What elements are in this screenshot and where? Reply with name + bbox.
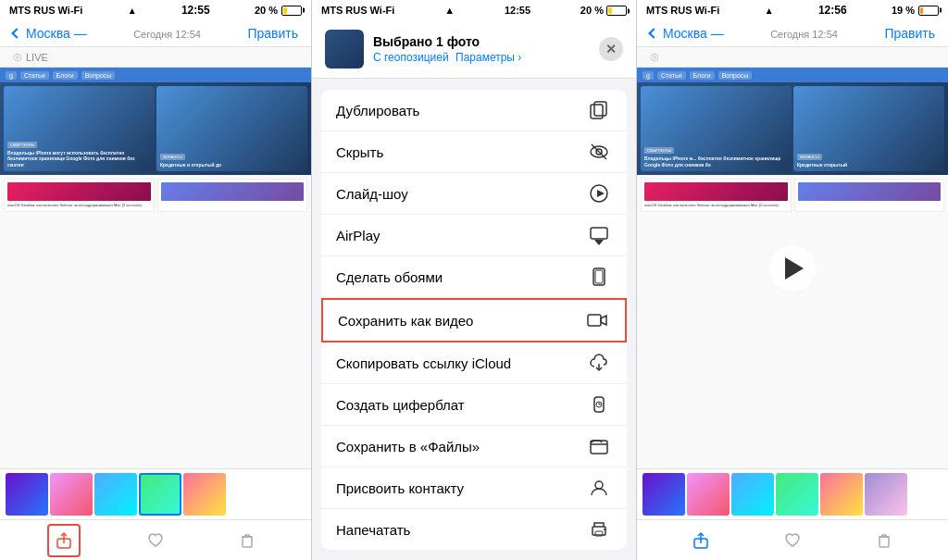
right-battery-fill [920, 7, 923, 14]
menu-item-save-video[interactable]: Сохранить как видео [321, 298, 627, 342]
hide-icon [586, 142, 612, 162]
menu-label-wallpaper: Сделать обоями [336, 269, 443, 285]
right-thumb-2[interactable] [687, 473, 730, 516]
right-nav-action[interactable]: Править [884, 26, 935, 41]
left-thumb-5[interactable] [183, 473, 226, 516]
right-battery-pct: 19 % [892, 5, 915, 16]
left-topbar-logo: g [6, 71, 17, 80]
right-webpage-hero: СМАРТФОНЫ Владельцы iPhone м... бесплатн… [637, 82, 948, 175]
right-back-label: Москва — [663, 26, 724, 41]
right-thumb-6[interactable] [865, 473, 907, 516]
right-webpage-topbar: g Статьи Блоги Вопросы [637, 68, 948, 82]
left-nav-bar: Москва — Сегодня 12:54 Править [0, 20, 311, 47]
menu-label-save-video: Сохранить как видео [338, 313, 473, 329]
menu-item-slideshow[interactable]: Слайд-шоу [321, 173, 627, 215]
menu-label-airplay: AirPlay [336, 228, 380, 243]
svg-rect-21 [591, 441, 607, 454]
left-back-chevron-icon [11, 28, 21, 38]
left-nav-subtitle: Сегодня 12:54 [87, 29, 248, 40]
right-share-button[interactable] [684, 524, 717, 557]
menu-label-copy-icloud: Скопировать ссылку iCloud [336, 355, 511, 371]
modal-photo-thumbnail [325, 30, 364, 68]
save-video-icon [584, 310, 610, 330]
right-nav-subtitle: Сегодня 12:54 [724, 29, 885, 40]
right-hero-badge-1: СМАРТФОНЫ [644, 147, 674, 154]
right-hero-title-1: Владельцы iPhone м... бесплатно безлимит… [644, 156, 788, 168]
menu-item-duplicate[interactable]: Дублировать [321, 90, 627, 131]
menu-item-hide[interactable]: Скрыть [321, 131, 627, 173]
right-thumb-3[interactable] [731, 473, 774, 516]
left-topbar-nav3: Вопросы [81, 71, 116, 80]
right-content-card-2 [794, 179, 945, 212]
menu-item-copy-icloud[interactable]: Скопировать ссылку iCloud [321, 342, 627, 384]
wallpaper-icon [586, 267, 612, 287]
left-bottom-toolbar [0, 519, 311, 560]
left-share-button[interactable] [47, 524, 81, 557]
left-webpage-hero: СМАРТФОНЫ Владельцы iPhone могут использ… [0, 82, 311, 175]
right-thumb-5[interactable] [820, 473, 863, 516]
left-thumb-3[interactable] [94, 473, 137, 516]
right-time: 12:56 [818, 4, 847, 17]
left-thumb-4-selected[interactable] [139, 473, 181, 516]
right-thumb-1[interactable] [642, 473, 685, 516]
middle-carrier: MTS RUS Wi-Fi [321, 5, 394, 16]
right-play-triangle-icon [785, 257, 804, 280]
menu-item-watchface[interactable]: Создать циферблат [321, 384, 627, 426]
menu-label-save-files: Сохранить в «Файлы» [336, 439, 480, 454]
menu-item-airplay[interactable]: AirPlay [321, 215, 627, 256]
menu-item-save-files[interactable]: Сохранить в «Файлы» [321, 426, 627, 467]
left-photo-area[interactable]: g Статьи Блоги Вопросы СМАРТФОНЫ Владель… [0, 68, 311, 468]
right-play-overlay[interactable] [769, 245, 816, 292]
left-webpage-preview: g Статьи Блоги Вопросы СМАРТФОНЫ Владель… [0, 68, 311, 468]
left-trash-button[interactable] [231, 524, 264, 557]
left-thumb-1[interactable] [6, 473, 48, 516]
right-photo-area[interactable]: g Статьи Блоги Вопросы СМАРТФОНЫ Владель… [637, 68, 948, 468]
menu-label-watchface: Создать циферблат [336, 397, 465, 413]
right-webpage-content: macOS Catalina: как включить Sidecar на … [637, 175, 948, 468]
left-live-badge: LIVE [13, 51, 298, 63]
right-thumb-4[interactable] [776, 473, 818, 516]
menu-label-hide: Скрыть [336, 144, 383, 160]
right-heart-button[interactable] [776, 524, 809, 557]
middle-battery-area: 20 % [580, 5, 627, 16]
modal-close-button[interactable]: ✕ [599, 37, 623, 61]
menu-item-contact[interactable]: Присвоить контакту [321, 467, 627, 509]
middle-time: 12:55 [505, 5, 530, 16]
middle-battery-icon [606, 6, 627, 16]
right-hero-card-1: СМАРТФОНЫ Владельцы iPhone м... бесплатн… [641, 86, 792, 171]
left-nav-action[interactable]: Править [247, 26, 298, 41]
svg-marker-15 [601, 316, 606, 325]
right-trash-button[interactable] [867, 524, 901, 557]
right-nav-back[interactable]: Москва — [650, 26, 724, 41]
left-content-img-2 [161, 182, 305, 201]
right-content-row-1: macOS Catalina: как включить Sidecar на … [641, 179, 944, 212]
svg-marker-11 [594, 240, 604, 245]
svg-point-25 [604, 529, 605, 530]
duplicate-icon [586, 100, 612, 120]
right-back-chevron-icon [648, 28, 658, 38]
contact-icon [586, 478, 612, 498]
svg-marker-9 [597, 190, 605, 197]
left-hero-card-1: СМАРТФОНЫ Владельцы iPhone могут использ… [4, 86, 155, 171]
right-wifi-icon: ▲ [765, 6, 774, 16]
left-hero-badge-1: СМАРТФОНЫ [7, 142, 37, 148]
right-battery-area: 19 % [892, 5, 939, 16]
left-thumb-2[interactable] [50, 473, 93, 516]
menu-item-wallpaper[interactable]: Сделать обоями [321, 256, 627, 298]
menu-label-duplicate: Дублировать [336, 103, 419, 118]
left-heart-button[interactable] [139, 524, 172, 557]
modal-subtitle-link[interactable]: Параметры › [455, 51, 521, 64]
menu-item-print[interactable]: Напечатать [321, 509, 627, 550]
left-nav-back[interactable]: Москва — [13, 26, 87, 41]
left-battery-pct: 20 % [255, 5, 278, 16]
right-phone-panel: MTS RUS Wi-Fi ▲ 12:56 19 % Москва — Сего… [636, 0, 948, 560]
right-heart-icon [783, 531, 802, 550]
left-hero-badge-2: ФИНАНСЫ [160, 154, 185, 160]
left-live-bar: LIVE [0, 47, 311, 68]
right-topbar-logo: g [642, 71, 654, 80]
left-motorola-text: macOS Catalina: как включить Sidecar на … [7, 203, 151, 208]
modal-title: Выбрано 1 фото [373, 34, 590, 49]
menu-list: Дублировать Скрыть Слайд-шоу AirPlay [312, 79, 636, 560]
svg-rect-13 [595, 270, 603, 283]
right-status-bar: MTS RUS Wi-Fi ▲ 12:56 19 % [637, 0, 948, 20]
